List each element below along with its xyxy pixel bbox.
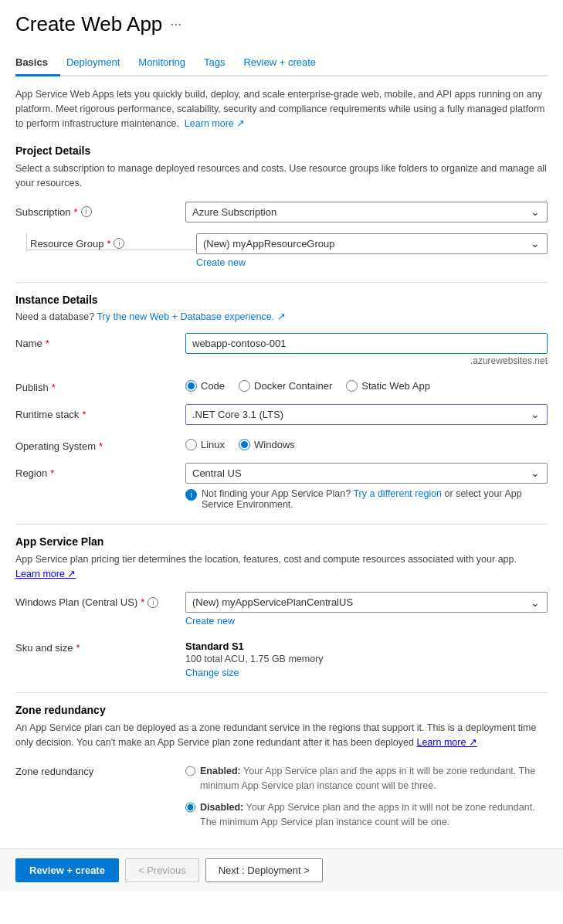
bottom-bar: Review + create < Previous Next : Deploy… [0, 848, 563, 892]
zone-redundancy-radio-group: Enabled: Your App Service plan and the a… [185, 761, 548, 830]
zone-disabled-radio[interactable] [185, 802, 195, 813]
zone-enabled-radio[interactable] [185, 766, 195, 776]
name-control: .azurewebsites.net [185, 333, 548, 366]
publish-code-radio[interactable] [185, 380, 197, 392]
os-radio-group: Linux Windows [185, 436, 548, 450]
app-service-plan-learn-more[interactable]: Learn more ↗ [15, 569, 76, 579]
tab-review-create[interactable]: Review + create [243, 50, 328, 76]
next-button[interactable]: Next : Deployment > [205, 858, 323, 882]
zone-redundancy-label: Zone redundancy [15, 761, 185, 777]
runtime-stack-row: Runtime stack * .NET Core 3.1 (LTS) [15, 404, 548, 425]
windows-plan-label: Windows Plan (Central US) * i [15, 592, 185, 608]
zone-redundancy-description: An App Service plan can be deployed as a… [15, 721, 548, 750]
windows-plan-create-new[interactable]: Create new [185, 616, 235, 627]
region-row: Region * Central US i Not finding your A… [15, 463, 548, 510]
subscription-row: Subscription * i Azure Subscription [15, 202, 548, 223]
sku-name: Standard S1 [185, 640, 548, 652]
operating-system-control: Linux Windows [185, 436, 548, 450]
publish-docker-label: Docker Container [254, 380, 332, 392]
sku-size-row: Sku and size * Standard S1 100 total ACU… [15, 637, 548, 678]
change-size-link[interactable]: Change size [185, 668, 239, 678]
page-description: App Service Web Apps lets you quickly bu… [15, 87, 548, 131]
sku-display: Standard S1 100 total ACU, 1.75 GB memor… [185, 637, 548, 678]
publish-code-option[interactable]: Code [185, 380, 225, 392]
zone-redundancy-header: Zone redundancy [15, 704, 548, 716]
tab-tags[interactable]: Tags [204, 50, 237, 76]
subscription-label: Subscription * i [15, 202, 185, 218]
resource-group-row: Resource Group * i (New) myAppResourceGr… [15, 233, 548, 268]
subscription-info-icon[interactable]: i [81, 206, 92, 217]
resource-group-label: Resource Group * i [26, 233, 196, 250]
app-service-plan-header: App Service Plan [15, 535, 548, 548]
page-options-icon[interactable]: ··· [170, 16, 181, 32]
tab-basics[interactable]: Basics [15, 50, 60, 76]
resource-group-select[interactable]: (New) myAppResourceGroup [196, 233, 548, 254]
database-prompt: Need a database? Try the new Web + Datab… [15, 311, 548, 322]
resource-group-control: (New) myAppResourceGroup Create new [196, 233, 548, 268]
region-select[interactable]: Central US [185, 463, 548, 484]
os-windows-option[interactable]: Windows [239, 439, 295, 450]
name-label: Name * [15, 333, 185, 349]
windows-plan-control: (New) myAppServicePlanCentralUS Create n… [185, 592, 548, 627]
runtime-stack-select[interactable]: .NET Core 3.1 (LTS) [185, 404, 548, 425]
zone-redundancy-learn-more[interactable]: Learn more ↗ [416, 737, 477, 748]
publish-docker-option[interactable]: Docker Container [239, 380, 332, 392]
page-title: Create Web App [15, 12, 162, 36]
operating-system-label: Operating System * [15, 436, 185, 452]
runtime-stack-label: Runtime stack * [15, 404, 185, 420]
os-linux-option[interactable]: Linux [185, 439, 225, 450]
windows-plan-info-icon[interactable]: i [148, 597, 158, 608]
region-info-message: i Not finding your App Service Plan? Try… [185, 488, 548, 510]
previous-button[interactable]: < Previous [125, 858, 199, 882]
zone-redundancy-control: Enabled: Your App Service plan and the a… [185, 761, 548, 830]
resource-group-create-new[interactable]: Create new [196, 257, 246, 268]
os-linux-radio[interactable] [185, 439, 197, 450]
runtime-stack-control: .NET Core 3.1 (LTS) [185, 404, 548, 425]
tab-deployment[interactable]: Deployment [66, 50, 132, 76]
os-windows-radio[interactable] [239, 439, 250, 450]
info-circle-icon: i [185, 489, 197, 501]
region-label: Region * [15, 463, 185, 479]
zone-disabled-option[interactable]: Disabled: Your App Service plan and the … [185, 800, 548, 830]
operating-system-row: Operating System * Linux Windows [15, 436, 548, 452]
project-details-header: Project Details [15, 144, 548, 157]
subscription-control: Azure Subscription [185, 202, 548, 223]
name-input[interactable] [185, 333, 548, 354]
publish-static-radio[interactable] [346, 380, 358, 392]
publish-radio-group: Code Docker Container Static Web App [185, 377, 548, 392]
publish-static-option[interactable]: Static Web App [346, 380, 430, 392]
windows-plan-select[interactable]: (New) myAppServicePlanCentralUS [185, 592, 548, 613]
project-details-description: Select a subscription to manage deployed… [15, 161, 548, 191]
publish-label: Publish * [15, 377, 185, 393]
publish-static-label: Static Web App [361, 380, 430, 392]
zone-enabled-option[interactable]: Enabled: Your App Service plan and the a… [185, 764, 548, 793]
publish-row: Publish * Code Docker Container Static [15, 377, 548, 393]
region-control: Central US i Not finding your App Servic… [185, 463, 548, 510]
database-experience-link[interactable]: Try the new Web + Database experience. ↗ [97, 311, 285, 322]
name-row: Name * .azurewebsites.net [15, 333, 548, 366]
zone-redundancy-row: Zone redundancy Enabled: Your App Servic… [15, 761, 548, 830]
sku-size-control: Standard S1 100 total ACU, 1.75 GB memor… [185, 637, 548, 678]
sku-details: 100 total ACU, 1.75 GB memory [185, 654, 548, 664]
name-suffix: .azurewebsites.net [185, 355, 548, 366]
learn-more-link[interactable]: Learn more ↗ [185, 118, 245, 129]
zone-enabled-text: Enabled: Your App Service plan and the a… [200, 764, 548, 793]
subscription-select[interactable]: Azure Subscription [185, 202, 548, 223]
tab-monitoring[interactable]: Monitoring [138, 50, 198, 76]
sku-size-label: Sku and size * [15, 637, 185, 654]
instance-details-header: Instance Details [15, 294, 548, 306]
publish-control: Code Docker Container Static Web App [185, 377, 548, 392]
publish-code-label: Code [201, 380, 225, 392]
review-create-button[interactable]: Review + create [15, 858, 119, 882]
resource-group-info-icon[interactable]: i [114, 238, 124, 249]
try-different-region-link[interactable]: Try a different region [353, 488, 442, 499]
app-service-plan-description: App Service plan pricing tier determines… [15, 552, 548, 582]
windows-plan-row: Windows Plan (Central US) * i (New) myAp… [15, 592, 548, 627]
os-linux-label: Linux [201, 439, 225, 450]
os-windows-label: Windows [254, 439, 295, 450]
publish-docker-radio[interactable] [239, 380, 250, 392]
zone-disabled-text: Disabled: Your App Service plan and the … [200, 800, 548, 830]
tab-bar: Basics Deployment Monitoring Tags Review… [15, 49, 548, 76]
